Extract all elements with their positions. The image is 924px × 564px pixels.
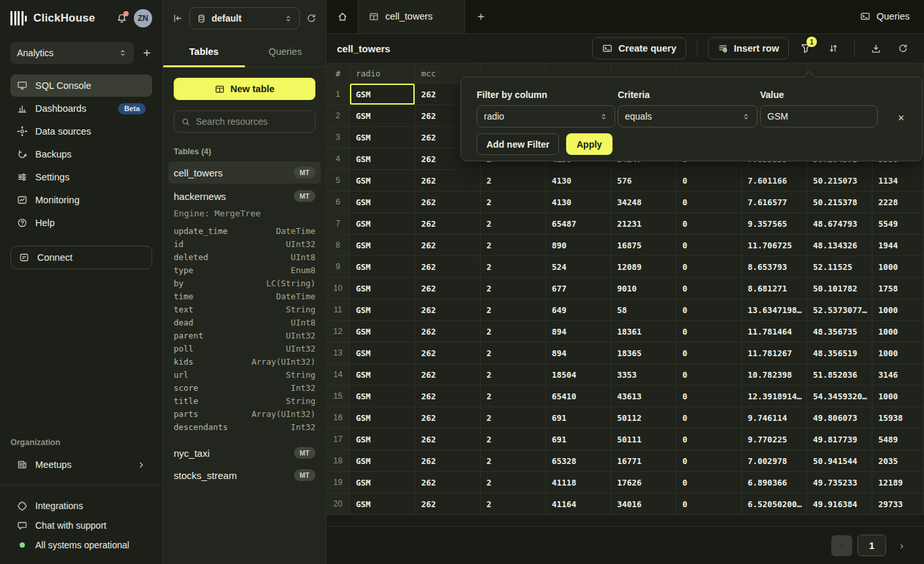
table-cell[interactable]: GSM [350, 493, 415, 515]
table-cell[interactable]: GSM [350, 386, 415, 407]
search-input[interactable] [196, 116, 308, 127]
create-query-button[interactable]: Create query [592, 37, 686, 59]
table-cell[interactable]: GSM [350, 278, 415, 299]
table-cell[interactable]: GSM [350, 429, 415, 450]
sidebar-item-backups[interactable]: Backups [10, 143, 152, 165]
table-cell[interactable]: 6.890366 [742, 472, 807, 493]
tab-tables[interactable]: Tables [163, 37, 245, 67]
queries-button[interactable]: Queries [846, 0, 924, 33]
table-cell[interactable]: 894 [546, 342, 611, 364]
table-cell[interactable]: 1000 [872, 299, 924, 321]
table-cell[interactable]: 0 [677, 364, 742, 386]
table-cell[interactable]: 50.941544 [807, 450, 872, 472]
table-cell[interactable]: 691 [546, 407, 611, 429]
tab-queries[interactable]: Queries [245, 37, 327, 67]
table-cell[interactable]: GSM [350, 170, 415, 191]
table-cell[interactable]: GSM [350, 450, 415, 472]
table-cell[interactable]: 262 [415, 256, 481, 278]
table-cell[interactable]: 649 [546, 299, 611, 321]
table-cell[interactable]: 8.653793 [742, 256, 807, 278]
table-cell[interactable]: GSM [350, 191, 415, 213]
table-cell[interactable]: 2 [481, 278, 546, 299]
table-cell[interactable]: 262 [415, 364, 481, 386]
table-cell[interactable]: GSM [350, 342, 415, 364]
table-cell[interactable]: 50111 [611, 429, 677, 450]
table-cell[interactable]: 2 [481, 235, 546, 256]
database-selector[interactable]: default [189, 7, 300, 29]
table-cell[interactable]: GSM [350, 299, 415, 321]
table-cell[interactable]: 9.770225 [742, 429, 807, 450]
table-cell[interactable]: 2228 [872, 191, 924, 213]
table-cell[interactable]: 0 [677, 472, 742, 493]
insert-row-button[interactable]: Insert row [708, 37, 789, 59]
table-cell[interactable]: 16875 [611, 235, 677, 256]
table-cell[interactable]: 262 [415, 235, 481, 256]
table-cell[interactable]: 1944 [872, 235, 924, 256]
next-page-button[interactable]: › [891, 535, 912, 556]
tab-cell-towers[interactable]: cell_towers [358, 0, 465, 33]
table-cell[interactable]: 16771 [611, 450, 677, 472]
table-cell[interactable]: 0 [677, 256, 742, 278]
table-cell[interactable]: 4130 [546, 170, 611, 191]
table-cell[interactable]: 1134 [872, 170, 924, 191]
table-cell[interactable]: 65487 [546, 213, 611, 235]
sidebar-item-chat-support[interactable]: Chat with support [0, 516, 163, 535]
table-cell[interactable]: 2 [481, 364, 546, 386]
table-cell[interactable]: 11.706725 [742, 235, 807, 256]
table-cell[interactable]: 48.134326 [807, 235, 872, 256]
table-cell[interactable]: 2 [481, 321, 546, 342]
table-cell[interactable]: 48.356735 [807, 321, 872, 342]
table-cell[interactable]: 2 [481, 170, 546, 191]
table-cell[interactable]: 11.781267 [742, 342, 807, 364]
table-cell[interactable]: 58 [611, 299, 677, 321]
criteria-select[interactable]: equals [618, 105, 757, 127]
sidebar-item-integrations[interactable]: Integrations [0, 496, 163, 516]
table-cell[interactable]: 1000 [872, 256, 924, 278]
table-cell[interactable]: 50.101782 [807, 278, 872, 299]
table-cell[interactable]: 1758 [872, 278, 924, 299]
table-cell[interactable]: 0 [677, 429, 742, 450]
table-cell[interactable]: GSM [350, 407, 415, 429]
table-cell[interactable]: 13.6347198… [742, 299, 807, 321]
table-cell[interactable]: 262 [415, 278, 481, 299]
table-cell[interactable]: 2 [481, 493, 546, 515]
table-cell[interactable]: 262 [415, 450, 481, 472]
table-cell[interactable]: 18365 [611, 342, 677, 364]
table-cell[interactable]: 7.002978 [742, 450, 807, 472]
table-cell[interactable]: 262 [415, 342, 481, 364]
table-cell[interactable]: GSM [350, 213, 415, 235]
table-cell[interactable]: 50112 [611, 407, 677, 429]
table-cell[interactable]: 51.852036 [807, 364, 872, 386]
table-cell[interactable]: 65410 [546, 386, 611, 407]
table-cell[interactable]: 1000 [872, 342, 924, 364]
add-new-filter-button[interactable]: Add new Filter [477, 133, 559, 155]
table-cell[interactable]: 262 [415, 213, 481, 235]
sort-button[interactable] [823, 38, 844, 59]
table-cell[interactable]: 576 [611, 170, 677, 191]
table-cell[interactable]: GSM [350, 127, 415, 148]
table-cell[interactable]: 29733 [872, 493, 924, 515]
table-cell[interactable]: 49.817739 [807, 429, 872, 450]
table-item-hackernews[interactable]: hackernews MT [168, 185, 321, 207]
table-cell[interactable]: 9.357565 [742, 213, 807, 235]
table-cell[interactable]: 48.674793 [807, 213, 872, 235]
table-cell[interactable]: 7.601166 [742, 170, 807, 191]
table-cell[interactable]: 0 [677, 170, 742, 191]
table-cell[interactable]: 2 [481, 429, 546, 450]
filter-button[interactable]: 1 [795, 38, 816, 59]
new-tab-button[interactable] [465, 0, 496, 33]
table-cell[interactable]: 65328 [546, 450, 611, 472]
table-cell[interactable]: 2035 [872, 450, 924, 472]
column-header[interactable]: radio [350, 63, 415, 84]
table-cell[interactable]: 0 [677, 342, 742, 364]
table-cell[interactable]: 677 [546, 278, 611, 299]
table-cell[interactable]: 3353 [611, 364, 677, 386]
table-cell[interactable]: 262 [415, 321, 481, 342]
table-cell[interactable]: 18361 [611, 321, 677, 342]
table-cell[interactable]: 49.735233 [807, 472, 872, 493]
table-cell[interactable]: 691 [546, 429, 611, 450]
table-cell[interactable]: 12189 [872, 472, 924, 493]
table-cell[interactable]: 41164 [546, 493, 611, 515]
table-cell[interactable]: 49.806073 [807, 407, 872, 429]
table-cell[interactable]: 0 [677, 407, 742, 429]
